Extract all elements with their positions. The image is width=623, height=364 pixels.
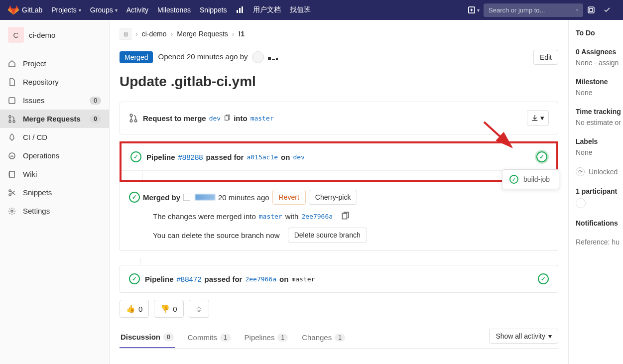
breadcrumb-ref: !1 xyxy=(239,30,245,38)
home-icon xyxy=(8,60,16,68)
gitlab-logo[interactable]: GitLab xyxy=(8,4,42,15)
nav-snippets[interactable]: Snippets xyxy=(200,6,227,14)
delete-source-branch-button[interactable]: Delete source branch xyxy=(288,228,367,243)
rb-reference: Reference: hu xyxy=(576,238,623,246)
sidebar-settings[interactable]: Settings xyxy=(0,202,109,220)
file-icon xyxy=(8,78,16,86)
nav-chart-icon[interactable] xyxy=(236,6,244,14)
smiley-icon: ☺ xyxy=(195,305,203,313)
group-avatar[interactable]: ▧ xyxy=(120,28,131,40)
svg-rect-2 xyxy=(242,6,243,13)
nav-groups[interactable]: Groups▾ xyxy=(90,6,118,14)
job-name[interactable]: build-job xyxy=(523,175,550,183)
passed-for-label: passed for xyxy=(205,275,243,283)
thumbs-up-button[interactable]: 👍0 xyxy=(120,300,149,318)
on-label: on xyxy=(279,275,288,283)
download-dropdown[interactable]: ▾ xyxy=(527,110,549,126)
chevron-down-icon: ▾ xyxy=(115,7,118,13)
project-header[interactable]: C ci-demo xyxy=(0,20,109,50)
pipeline2-commit-link[interactable]: 2ee7966a xyxy=(245,275,276,283)
svg-point-13 xyxy=(9,194,11,196)
participant-avatar[interactable] xyxy=(576,198,586,208)
issues-icon xyxy=(8,97,16,105)
edit-button[interactable]: Edit xyxy=(533,50,558,65)
scissors-icon xyxy=(8,189,16,197)
sidebar-issues[interactable]: Issues0 xyxy=(0,91,109,110)
thumbs-down-button[interactable]: 👎0 xyxy=(154,300,183,318)
issues-icon[interactable] xyxy=(587,6,595,14)
rb-participant-label: 1 participant xyxy=(576,187,623,195)
stage-status-button[interactable] xyxy=(536,151,547,162)
sidebar-operations[interactable]: Operations xyxy=(0,146,109,165)
sidebar-wiki[interactable]: Wiki xyxy=(0,165,109,183)
merged-commit[interactable]: 2ee7966a xyxy=(301,213,333,220)
stage2-status-button[interactable] xyxy=(538,273,549,284)
plus-dropdown[interactable]: ▾ xyxy=(468,6,480,13)
pipeline2-id-link[interactable]: #88472 xyxy=(177,275,202,283)
gear-icon xyxy=(8,207,16,215)
pipeline-status-icon[interactable] xyxy=(130,151,141,162)
sidebar-repository[interactable]: Repository xyxy=(0,73,109,91)
pipeline-commit-link[interactable]: a015ac1e xyxy=(247,153,278,161)
show-activity-dropdown[interactable]: Show all activity▾ xyxy=(489,329,558,344)
sidebar-merge-requests[interactable]: Merge Requests0 xyxy=(0,110,109,128)
svg-point-15 xyxy=(130,114,132,117)
search-input[interactable] xyxy=(489,6,572,14)
nav-find-class[interactable]: 找值班 xyxy=(290,5,311,14)
sidebar-project[interactable]: Project xyxy=(0,54,109,73)
merged-target[interactable]: master xyxy=(259,213,282,220)
copy-icon[interactable] xyxy=(224,115,231,121)
discussion-count: 0 xyxy=(163,333,174,341)
revert-button[interactable]: Revert xyxy=(272,190,306,205)
tab-discussion[interactable]: Discussion0 xyxy=(120,327,175,348)
rb-assignees-val[interactable]: None - assign xyxy=(576,59,623,67)
rb-todo: To Do xyxy=(576,29,623,37)
svg-rect-1 xyxy=(239,8,241,13)
merger-name[interactable] xyxy=(195,194,215,200)
nav-activity[interactable]: Activity xyxy=(126,6,148,14)
job-popover: build-job xyxy=(502,169,559,189)
tab-pipelines[interactable]: Pipelines1 xyxy=(244,327,289,348)
pipelines-count: 1 xyxy=(277,334,288,342)
pipeline-branch[interactable]: dev xyxy=(293,153,304,161)
sidebar-snippets[interactable]: Snippets xyxy=(0,183,109,202)
copy-icon[interactable] xyxy=(341,212,350,221)
target-branch[interactable]: master xyxy=(250,115,274,122)
nav-user-docs[interactable]: 用户文档 xyxy=(253,5,281,14)
rb-milestone-label: Milestone xyxy=(576,78,623,86)
tab-commits[interactable]: Commits1 xyxy=(187,327,232,348)
nav-projects[interactable]: Projects▾ xyxy=(51,6,81,14)
on-label: on xyxy=(281,153,290,161)
pipeline2-status-icon[interactable] xyxy=(129,273,140,284)
nav-milestones[interactable]: Milestones xyxy=(157,6,191,14)
request-to-merge-label: Request to merge xyxy=(143,114,206,122)
svg-rect-20 xyxy=(342,213,347,219)
add-reaction-button[interactable]: ☺ xyxy=(189,300,209,318)
merger-avatar[interactable] xyxy=(183,194,190,201)
svg-point-17 xyxy=(134,120,137,122)
global-search[interactable] xyxy=(484,3,583,17)
pipeline-id-link[interactable]: #88288 xyxy=(178,153,203,161)
mr-title: Update .gitlab-ci.yml xyxy=(120,74,558,90)
tab-changes[interactable]: Changes1 xyxy=(301,327,346,348)
author-avatar[interactable] xyxy=(252,51,264,63)
breadcrumb-project[interactable]: ci-demo xyxy=(142,30,167,38)
chevron-down-icon: ▾ xyxy=(540,114,544,122)
commits-count: 1 xyxy=(220,334,231,342)
svg-point-16 xyxy=(130,120,132,122)
cherry-pick-button[interactable]: Cherry-pick xyxy=(309,190,358,205)
author-name[interactable] xyxy=(268,53,279,62)
source-branch[interactable]: dev xyxy=(209,115,221,122)
sidebar-cicd[interactable]: CI / CD xyxy=(0,128,109,146)
refresh-icon[interactable]: ⟳ xyxy=(576,167,585,176)
rb-notifications[interactable]: Notifications xyxy=(576,219,623,227)
todos-icon[interactable] xyxy=(603,6,611,14)
thumbs-up-icon: 👍 xyxy=(126,304,135,313)
breadcrumb-section[interactable]: Merge Requests xyxy=(177,30,228,38)
breadcrumb: ▧ › ci-demo › Merge Requests › !1 xyxy=(120,28,558,40)
rb-milestone-val: None xyxy=(576,89,623,97)
pipeline2-branch[interactable]: master xyxy=(291,275,315,283)
search-icon xyxy=(576,6,578,13)
svg-rect-6 xyxy=(590,8,593,11)
delete-branch-prompt: You can delete the source branch now xyxy=(153,231,280,240)
